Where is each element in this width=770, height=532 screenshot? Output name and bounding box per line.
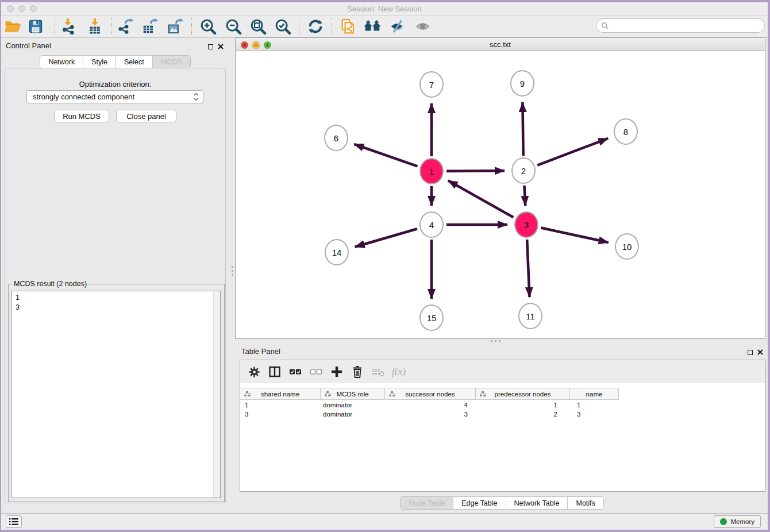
toolbar-separator bbox=[332, 18, 332, 35]
mcds-result-text: 1 3 bbox=[12, 291, 214, 498]
graph-edge[interactable] bbox=[524, 186, 525, 206]
copy-view-icon[interactable] bbox=[338, 17, 357, 36]
open-session-icon[interactable] bbox=[3, 17, 22, 36]
graph-node-10[interactable]: 10 bbox=[615, 233, 639, 260]
memory-button[interactable]: Memory bbox=[714, 515, 761, 528]
add-column-icon[interactable] bbox=[326, 362, 347, 381]
result-scrollbar[interactable] bbox=[213, 291, 220, 498]
table-cell: 1 bbox=[570, 400, 619, 410]
tab-motifs[interactable]: Motifs bbox=[567, 497, 603, 509]
close-panel-icon[interactable] bbox=[218, 41, 224, 52]
memory-status-icon bbox=[720, 518, 727, 525]
table-row[interactable]: 3dominator323 bbox=[240, 410, 619, 419]
tab-select[interactable]: Select bbox=[116, 56, 152, 68]
delete-column-icon[interactable] bbox=[347, 362, 368, 381]
tab-edge-table[interactable]: Edge Table bbox=[453, 497, 505, 509]
graph-node-3[interactable]: 3 bbox=[514, 211, 538, 238]
mcds-result-group: MCDS result (2 nodes) 1 3 bbox=[8, 284, 225, 502]
close-table-panel-icon[interactable] bbox=[757, 347, 763, 357]
zoom-in-icon[interactable] bbox=[198, 17, 218, 36]
graph-node-1[interactable]: 1 bbox=[419, 158, 444, 184]
deselect-all-icon[interactable] bbox=[306, 362, 326, 381]
column-header-shared-name[interactable]: shared name bbox=[240, 388, 321, 400]
column-header-MCDS-role[interactable]: MCDS role bbox=[321, 388, 385, 400]
run-mcds-button[interactable]: Run MCDS bbox=[54, 110, 109, 122]
menu-list-icon[interactable] bbox=[6, 515, 22, 528]
tab-node-table[interactable]: Node Table bbox=[401, 497, 453, 509]
graph-node-15[interactable]: 15 bbox=[419, 304, 444, 331]
toolbar-separator bbox=[111, 18, 111, 35]
graph-node-4[interactable]: 4 bbox=[419, 211, 444, 238]
tab-style[interactable]: Style bbox=[83, 56, 116, 68]
settings-icon[interactable] bbox=[244, 362, 264, 381]
graph-edge[interactable] bbox=[446, 171, 505, 171]
network-canvas[interactable]: 7968124314101511 bbox=[236, 51, 765, 338]
table-cell: 1 bbox=[240, 400, 321, 410]
graph-node-14[interactable]: 14 bbox=[325, 239, 349, 265]
optimization-criterion-label: Optimization criterion: bbox=[1, 80, 229, 88]
graph-edge[interactable] bbox=[448, 180, 514, 217]
graph-node-7[interactable]: 7 bbox=[419, 71, 444, 98]
column-header-predecessor-nodes[interactable]: predecessor nodes bbox=[476, 388, 570, 400]
control-panel-title: Control Panel bbox=[6, 41, 51, 50]
search-box bbox=[596, 18, 765, 33]
zoom-fit-icon[interactable] bbox=[248, 17, 268, 36]
graph-edge[interactable] bbox=[527, 240, 529, 297]
horizontal-splitter[interactable] bbox=[491, 339, 506, 342]
graph-node-9[interactable]: 9 bbox=[510, 70, 534, 97]
graph-node-2[interactable]: 2 bbox=[511, 157, 536, 184]
select-all-icon[interactable] bbox=[285, 362, 306, 381]
table-cell: 1 bbox=[476, 400, 570, 410]
graph-node-8[interactable]: 8 bbox=[614, 118, 638, 145]
export-image-icon[interactable] bbox=[165, 17, 185, 36]
close-panel-button[interactable]: Close panel bbox=[116, 110, 176, 122]
float-panel-icon[interactable] bbox=[208, 44, 213, 49]
mcds-result-area: 1 3 bbox=[11, 291, 221, 498]
tab-network[interactable]: Network bbox=[40, 56, 83, 68]
tab-mcds[interactable]: MCDS bbox=[152, 56, 190, 68]
graph-node-11[interactable]: 11 bbox=[518, 303, 542, 329]
node-table-header: shared nameMCDS rolesuccessor nodesprede… bbox=[240, 388, 619, 400]
float-table-panel-icon[interactable] bbox=[748, 350, 753, 355]
zoom-selected-icon[interactable] bbox=[273, 17, 292, 36]
tab-network-table[interactable]: Network Table bbox=[506, 497, 568, 509]
table-cell: 3 bbox=[385, 410, 476, 419]
export-network-icon[interactable] bbox=[116, 17, 135, 36]
table-toolbar: f(x) bbox=[240, 360, 765, 383]
graph-edge[interactable] bbox=[355, 229, 417, 247]
hierarchy-icon bbox=[325, 391, 331, 397]
refresh-icon[interactable] bbox=[306, 17, 325, 36]
graph-edge[interactable] bbox=[537, 138, 608, 165]
delete-table-icon[interactable] bbox=[368, 362, 388, 381]
window-title: Session: New Session bbox=[1, 5, 768, 13]
search-input[interactable] bbox=[611, 20, 764, 32]
show-all-icon[interactable] bbox=[414, 17, 433, 36]
table-cell: 4 bbox=[385, 400, 476, 410]
criterion-dropdown[interactable]: strongly connected component bbox=[26, 90, 203, 103]
import-network-icon[interactable] bbox=[58, 17, 78, 36]
table-cell: 3 bbox=[570, 410, 619, 419]
graph-edge[interactable] bbox=[541, 228, 608, 242]
network-titlebar: scc.txt bbox=[236, 38, 765, 51]
home-view-icon[interactable] bbox=[363, 17, 382, 36]
hierarchy-icon bbox=[480, 391, 486, 397]
column-header-name[interactable]: name bbox=[570, 388, 619, 400]
zoom-out-icon[interactable] bbox=[224, 17, 243, 36]
column-header-successor-nodes[interactable]: successor nodes bbox=[385, 388, 476, 400]
hierarchy-icon bbox=[244, 391, 251, 397]
table-panel: Table Panel bbox=[235, 343, 769, 513]
import-table-icon[interactable] bbox=[85, 17, 105, 36]
function-builder-icon: f(x) bbox=[388, 362, 409, 381]
graph-edge[interactable] bbox=[522, 102, 523, 156]
export-table-icon[interactable] bbox=[140, 17, 160, 36]
table-row[interactable]: 1dominator411 bbox=[240, 400, 619, 410]
graph-node-6[interactable]: 6 bbox=[324, 125, 348, 151]
table-cell: dominator bbox=[321, 400, 385, 410]
mcds-result-legend: MCDS result (2 nodes) bbox=[12, 280, 88, 288]
save-session-icon[interactable] bbox=[26, 17, 45, 36]
graph-edge[interactable] bbox=[354, 144, 417, 167]
vertical-splitter[interactable] bbox=[230, 266, 234, 281]
toolbar-separator bbox=[55, 18, 55, 35]
split-view-icon[interactable] bbox=[264, 362, 285, 381]
hide-selected-icon[interactable] bbox=[388, 17, 407, 36]
